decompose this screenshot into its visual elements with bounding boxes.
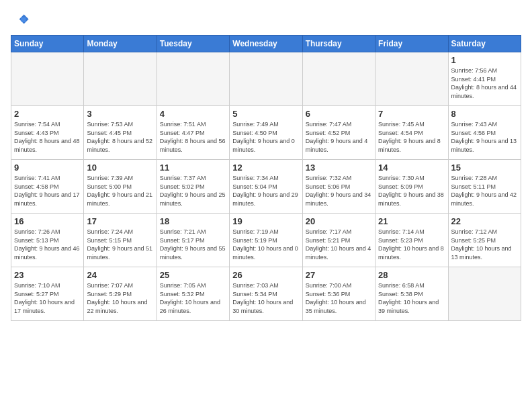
day-number: 7: [378, 109, 445, 119]
day-number: 1: [451, 55, 518, 65]
day-number: 12: [232, 163, 299, 173]
calendar-week-row: 16Sunrise: 7:26 AM Sunset: 5:13 PM Dayli…: [11, 214, 521, 267]
day-number: 21: [378, 216, 445, 226]
calendar-day-cell: 3Sunrise: 7:53 AM Sunset: 4:45 PM Daylig…: [84, 106, 157, 160]
day-number: 6: [306, 109, 372, 119]
calendar-day-cell: 28Sunrise: 6:58 AM Sunset: 5:38 PM Dayli…: [375, 267, 448, 321]
day-info: Sunrise: 7:24 AM Sunset: 5:15 PM Dayligh…: [87, 228, 153, 261]
calendar-week-row: 23Sunrise: 7:10 AM Sunset: 5:27 PM Dayli…: [11, 267, 521, 321]
day-info: Sunrise: 7:49 AM Sunset: 4:50 PM Dayligh…: [232, 120, 299, 154]
day-number: 13: [306, 163, 372, 173]
calendar-week-row: 2Sunrise: 7:54 AM Sunset: 4:43 PM Daylig…: [11, 106, 521, 160]
calendar-day-cell: 21Sunrise: 7:14 AM Sunset: 5:23 PM Dayli…: [375, 214, 448, 267]
calendar-day-cell: [230, 52, 302, 106]
day-info: Sunrise: 7:28 AM Sunset: 5:11 PM Dayligh…: [451, 174, 518, 208]
calendar-day-cell: 23Sunrise: 7:10 AM Sunset: 5:27 PM Dayli…: [11, 267, 84, 321]
calendar-day-cell: 19Sunrise: 7:19 AM Sunset: 5:19 PM Dayli…: [230, 214, 302, 267]
day-info: Sunrise: 7:10 AM Sunset: 5:27 PM Dayligh…: [14, 281, 81, 315]
day-number: 11: [160, 163, 226, 173]
day-info: Sunrise: 7:51 AM Sunset: 4:47 PM Dayligh…: [160, 120, 226, 154]
calendar-day-cell: 13Sunrise: 7:32 AM Sunset: 5:06 PM Dayli…: [302, 160, 375, 214]
calendar-day-cell: 6Sunrise: 7:47 AM Sunset: 4:52 PM Daylig…: [302, 106, 375, 160]
calendar-day-cell: [11, 52, 84, 106]
day-info: Sunrise: 7:21 AM Sunset: 5:17 PM Dayligh…: [160, 228, 226, 261]
day-number: 22: [451, 216, 518, 226]
day-info: Sunrise: 7:12 AM Sunset: 5:25 PM Dayligh…: [451, 228, 518, 261]
day-info: Sunrise: 7:00 AM Sunset: 5:36 PM Dayligh…: [306, 281, 372, 315]
day-info: Sunrise: 7:26 AM Sunset: 5:13 PM Dayligh…: [14, 228, 81, 261]
calendar-day-cell: [375, 52, 448, 106]
day-info: Sunrise: 7:45 AM Sunset: 4:54 PM Dayligh…: [378, 120, 445, 154]
calendar-day-cell: 16Sunrise: 7:26 AM Sunset: 5:13 PM Dayli…: [11, 214, 84, 267]
day-info: Sunrise: 7:03 AM Sunset: 5:34 PM Dayligh…: [232, 281, 299, 315]
day-info: Sunrise: 7:30 AM Sunset: 5:09 PM Dayligh…: [378, 174, 445, 208]
calendar-day-cell: 17Sunrise: 7:24 AM Sunset: 5:15 PM Dayli…: [84, 214, 157, 267]
calendar-day-cell: 20Sunrise: 7:17 AM Sunset: 5:21 PM Dayli…: [302, 214, 375, 267]
day-info: Sunrise: 7:17 AM Sunset: 5:21 PM Dayligh…: [306, 228, 372, 261]
day-of-week-header: Saturday: [448, 36, 521, 52]
day-info: Sunrise: 7:07 AM Sunset: 5:29 PM Dayligh…: [87, 281, 153, 315]
calendar-day-cell: 25Sunrise: 7:05 AM Sunset: 5:32 PM Dayli…: [157, 267, 229, 321]
calendar-week-row: 9Sunrise: 7:41 AM Sunset: 4:58 PM Daylig…: [11, 160, 521, 214]
day-info: Sunrise: 7:54 AM Sunset: 4:43 PM Dayligh…: [14, 120, 81, 154]
calendar-day-cell: [84, 52, 157, 106]
calendar-day-cell: 27Sunrise: 7:00 AM Sunset: 5:36 PM Dayli…: [302, 267, 375, 321]
day-number: 16: [14, 216, 81, 226]
day-info: Sunrise: 7:47 AM Sunset: 4:52 PM Dayligh…: [306, 120, 372, 154]
calendar-week-row: 1Sunrise: 7:56 AM Sunset: 4:41 PM Daylig…: [11, 52, 521, 106]
calendar-day-cell: [157, 52, 229, 106]
day-of-week-header: Thursday: [302, 36, 375, 52]
day-number: 26: [232, 270, 299, 280]
calendar-header: SundayMondayTuesdayWednesdayThursdayFrid…: [11, 36, 521, 52]
calendar-day-cell: 2Sunrise: 7:54 AM Sunset: 4:43 PM Daylig…: [11, 106, 84, 160]
day-info: Sunrise: 7:53 AM Sunset: 4:45 PM Dayligh…: [87, 120, 153, 154]
day-of-week-header: Wednesday: [230, 36, 302, 52]
day-info: Sunrise: 7:43 AM Sunset: 4:56 PM Dayligh…: [451, 120, 518, 154]
calendar-day-cell: 15Sunrise: 7:28 AM Sunset: 5:11 PM Dayli…: [448, 160, 521, 214]
day-number: 10: [87, 163, 153, 173]
page-header: [11, 11, 521, 30]
calendar-day-cell: 8Sunrise: 7:43 AM Sunset: 4:56 PM Daylig…: [448, 106, 521, 160]
calendar-day-cell: 5Sunrise: 7:49 AM Sunset: 4:50 PM Daylig…: [230, 106, 302, 160]
svg-marker-2: [21, 17, 26, 22]
calendar-day-cell: [448, 267, 521, 321]
day-info: Sunrise: 7:39 AM Sunset: 5:00 PM Dayligh…: [87, 174, 153, 208]
calendar-day-cell: 14Sunrise: 7:30 AM Sunset: 5:09 PM Dayli…: [375, 160, 448, 214]
day-number: 2: [14, 109, 81, 119]
day-info: Sunrise: 7:41 AM Sunset: 4:58 PM Dayligh…: [14, 174, 81, 208]
day-number: 4: [160, 109, 226, 119]
day-number: 9: [14, 163, 81, 173]
calendar-day-cell: 9Sunrise: 7:41 AM Sunset: 4:58 PM Daylig…: [11, 160, 84, 214]
calendar-day-cell: 22Sunrise: 7:12 AM Sunset: 5:25 PM Dayli…: [448, 214, 521, 267]
day-info: Sunrise: 7:32 AM Sunset: 5:06 PM Dayligh…: [306, 174, 372, 208]
day-of-week-header: Sunday: [11, 36, 84, 52]
day-number: 15: [451, 163, 518, 173]
day-number: 24: [87, 270, 153, 280]
day-number: 19: [232, 216, 299, 226]
day-of-week-header: Monday: [84, 36, 157, 52]
day-of-week-header: Friday: [375, 36, 448, 52]
calendar-day-cell: 24Sunrise: 7:07 AM Sunset: 5:29 PM Dayli…: [84, 267, 157, 321]
days-of-week-row: SundayMondayTuesdayWednesdayThursdayFrid…: [11, 36, 521, 52]
day-number: 20: [306, 216, 372, 226]
day-info: Sunrise: 7:37 AM Sunset: 5:02 PM Dayligh…: [160, 174, 226, 208]
calendar-table: SundayMondayTuesdayWednesdayThursdayFrid…: [11, 35, 521, 321]
day-info: Sunrise: 7:19 AM Sunset: 5:19 PM Dayligh…: [232, 228, 299, 261]
day-info: Sunrise: 7:34 AM Sunset: 5:04 PM Dayligh…: [232, 174, 299, 208]
calendar-day-cell: 12Sunrise: 7:34 AM Sunset: 5:04 PM Dayli…: [230, 160, 302, 214]
calendar-day-cell: 10Sunrise: 7:39 AM Sunset: 5:00 PM Dayli…: [84, 160, 157, 214]
calendar-day-cell: 18Sunrise: 7:21 AM Sunset: 5:17 PM Dayli…: [157, 214, 229, 267]
day-info: Sunrise: 7:56 AM Sunset: 4:41 PM Dayligh…: [451, 66, 518, 100]
day-number: 14: [378, 163, 445, 173]
day-info: Sunrise: 7:05 AM Sunset: 5:32 PM Dayligh…: [160, 281, 226, 315]
day-number: 25: [160, 270, 226, 280]
calendar-day-cell: [302, 52, 375, 106]
day-number: 28: [378, 270, 445, 280]
day-number: 17: [87, 216, 153, 226]
calendar-day-cell: 1Sunrise: 7:56 AM Sunset: 4:41 PM Daylig…: [448, 52, 521, 106]
generalblue-logo-icon: [11, 11, 30, 30]
day-info: Sunrise: 7:14 AM Sunset: 5:23 PM Dayligh…: [378, 228, 445, 261]
day-info: Sunrise: 6:58 AM Sunset: 5:38 PM Dayligh…: [378, 281, 445, 315]
calendar-body: 1Sunrise: 7:56 AM Sunset: 4:41 PM Daylig…: [11, 52, 521, 321]
calendar-day-cell: 7Sunrise: 7:45 AM Sunset: 4:54 PM Daylig…: [375, 106, 448, 160]
